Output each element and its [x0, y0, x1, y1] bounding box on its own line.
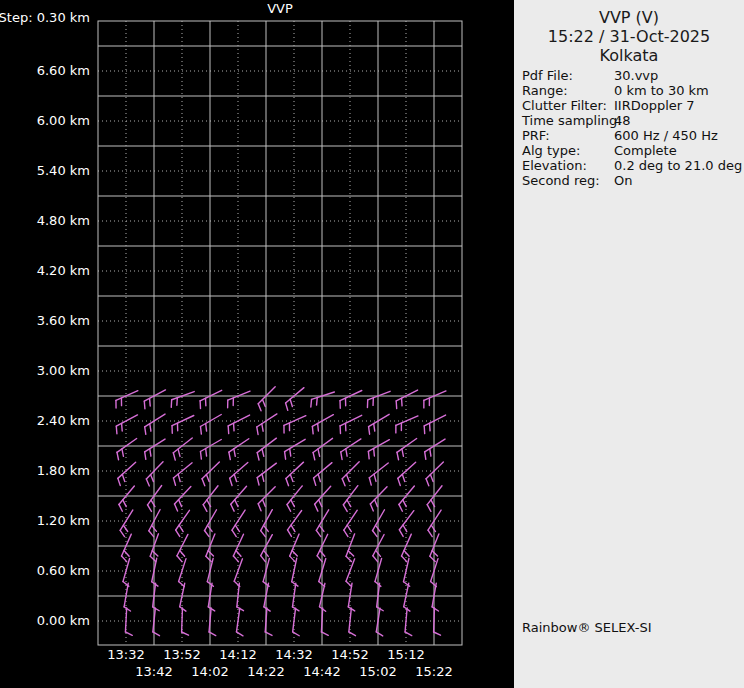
field-value: 48: [614, 113, 740, 128]
x-axis-label: 15:22: [415, 664, 452, 679]
chart-title: VVP: [267, 1, 293, 16]
y-axis-label: 4.20 km: [37, 263, 90, 278]
field-label: Elevation:: [522, 158, 614, 173]
x-axis-label: 14:42: [303, 664, 340, 679]
field-value: 0.2 deg to 21.0 deg: [614, 158, 742, 173]
field-label: Range:: [522, 83, 614, 98]
y-axis-label: 0.60 km: [37, 563, 90, 578]
field-label: PRF:: [522, 128, 614, 143]
x-axis-label: 15:02: [359, 664, 396, 679]
field-label: Clutter Filter:: [522, 98, 614, 113]
y-axis-label: 6.00 km: [37, 113, 90, 128]
x-axis-label: 13:42: [135, 664, 172, 679]
y-axis-label: 1.80 km: [37, 463, 90, 478]
y-axis-label: 5.40 km: [37, 163, 90, 178]
scan-parameters: Pdf File: 30.vvp Range: 0 km to 30 km Cl…: [522, 68, 740, 188]
field-label: Pdf File:: [522, 68, 614, 83]
x-axis-label: 14:22: [247, 664, 284, 679]
x-axis-label: 13:32: [107, 647, 144, 662]
x-axis-label: 13:52: [163, 647, 200, 662]
field-label: Alg type:: [522, 143, 614, 158]
vvp-time-height-wind-barb-chart: VVPStep: 0.30 km6.60 km6.00 km5.40 km4.8…: [0, 0, 514, 688]
y-axis-label: 1.20 km: [37, 513, 90, 528]
step-label: Step: 0.30 km: [0, 10, 90, 25]
x-axis-label: 14:32: [275, 647, 312, 662]
field-time-sampling: Time sampling: 48: [522, 113, 740, 128]
field-value: On: [614, 173, 740, 188]
x-axis-label: 14:52: [331, 647, 368, 662]
field-prf: PRF: 600 Hz / 450 Hz: [522, 128, 740, 143]
y-axis-label: 3.00 km: [37, 363, 90, 378]
field-alg-type: Alg type: Complete: [522, 143, 740, 158]
field-second-reg: Second reg: On: [522, 173, 740, 188]
field-elevation: Elevation: 0.2 deg to 21.0 deg: [522, 158, 740, 173]
panel-location: Kolkata: [514, 46, 744, 65]
vvp-application-window: VVPStep: 0.30 km6.60 km6.00 km5.40 km4.8…: [0, 0, 744, 688]
field-value: IIRDoppler 7: [614, 98, 740, 113]
x-axis-label: 15:12: [387, 647, 424, 662]
panel-title: VVP (V): [514, 8, 744, 27]
chart-background: [0, 0, 514, 688]
field-label: Time sampling:: [522, 113, 614, 128]
brand-label: Rainbow® SELEX-SI: [522, 620, 652, 635]
y-axis-label: 3.60 km: [37, 313, 90, 328]
field-value: 0 km to 30 km: [614, 83, 740, 98]
field-label: Second reg:: [522, 173, 614, 188]
y-axis-label: 0.00 km: [37, 613, 90, 628]
field-clutter-filter: Clutter Filter: IIRDoppler 7: [522, 98, 740, 113]
y-axis-label: 2.40 km: [37, 413, 90, 428]
field-value: 600 Hz / 450 Hz: [614, 128, 740, 143]
field-range: Range: 0 km to 30 km: [522, 83, 740, 98]
panel-datetime: 15:22 / 31-Oct-2025: [514, 27, 744, 46]
field-pdf-file: Pdf File: 30.vvp: [522, 68, 740, 83]
x-axis-label: 14:12: [219, 647, 256, 662]
field-value: Complete: [614, 143, 740, 158]
panel-header: VVP (V) 15:22 / 31-Oct-2025 Kolkata: [514, 0, 744, 65]
y-axis-label: 6.60 km: [37, 63, 90, 78]
field-value: 30.vvp: [614, 68, 740, 83]
x-axis-label: 14:02: [191, 664, 228, 679]
info-panel: VVP (V) 15:22 / 31-Oct-2025 Kolkata Pdf …: [514, 0, 744, 688]
y-axis-label: 4.80 km: [37, 213, 90, 228]
